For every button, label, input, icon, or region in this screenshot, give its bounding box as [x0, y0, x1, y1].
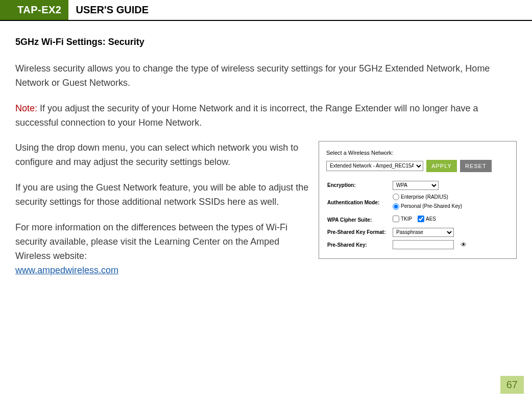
cipher-aes-checkbox[interactable]: [418, 216, 424, 222]
apply-button[interactable]: APPLY: [426, 160, 457, 172]
header-accent-bar: [0, 0, 10, 20]
auth-enterprise-text: Enterprise (RADIUS): [401, 193, 448, 201]
security-form: Encryption: WPA Authentication Mode: Ent…: [326, 179, 509, 251]
psk-input[interactable]: [393, 240, 454, 249]
cipher-label: WPA Cipher Suite:: [326, 213, 392, 226]
auth-personal-text: Personal (Pre-Shared Key): [401, 202, 462, 210]
section-title: 5GHz Wi-Fi Settings: Security: [15, 35, 517, 50]
cipher-aes-text: AES: [426, 215, 436, 223]
page-number: 67: [500, 376, 524, 394]
psk-label: Pre-Shared Key:: [326, 239, 392, 251]
note-paragraph: Note: If you adjust the security of your…: [15, 102, 517, 130]
encryption-label: Encryption:: [326, 179, 392, 192]
psk-format-select[interactable]: Passphrase: [393, 228, 454, 237]
reset-button[interactable]: RESET: [460, 160, 492, 172]
show-password-icon[interactable]: 👁: [461, 240, 467, 250]
cipher-aes-option[interactable]: AES: [418, 215, 436, 223]
select-network-row: Extended Network - Amped_REC15A_5.0 APPL…: [326, 160, 509, 172]
auth-mode-label: Authentication Mode:: [326, 192, 392, 214]
cipher-tkip-option[interactable]: TKIP: [393, 215, 412, 223]
page-content: 5GHz Wi-Fi Settings: Security Wireless s…: [0, 35, 532, 289]
page-header: TAP-EX2 USER'S GUIDE: [0, 0, 532, 21]
auth-personal-option[interactable]: Personal (Pre-Shared Key): [393, 202, 462, 210]
website-link[interactable]: www.ampedwireless.com: [15, 265, 118, 275]
cipher-tkip-checkbox[interactable]: [393, 216, 399, 222]
more-info-text: For more information on the differences …: [15, 222, 287, 261]
header-badge: TAP-EX2: [10, 0, 68, 20]
encryption-select[interactable]: WPA: [393, 181, 439, 190]
header-title: USER'S GUIDE: [68, 0, 156, 20]
network-select[interactable]: Extended Network - Amped_REC15A_5.0: [326, 161, 423, 171]
auth-enterprise-radio[interactable]: [393, 194, 399, 200]
auth-enterprise-option[interactable]: Enterprise (RADIUS): [393, 193, 448, 201]
select-network-label: Select a Wireless Network:: [326, 149, 509, 157]
psk-format-label: Pre-Shared Key Format:: [326, 226, 392, 239]
intro-paragraph: Wireless security allows you to change t…: [15, 62, 517, 90]
auth-personal-radio[interactable]: [393, 203, 399, 210]
note-label: Note:: [15, 103, 37, 113]
settings-panel: Select a Wireless Network: Extended Netw…: [319, 141, 517, 258]
note-body: If you adjust the security of your Home …: [15, 103, 478, 128]
cipher-tkip-text: TKIP: [401, 215, 412, 223]
